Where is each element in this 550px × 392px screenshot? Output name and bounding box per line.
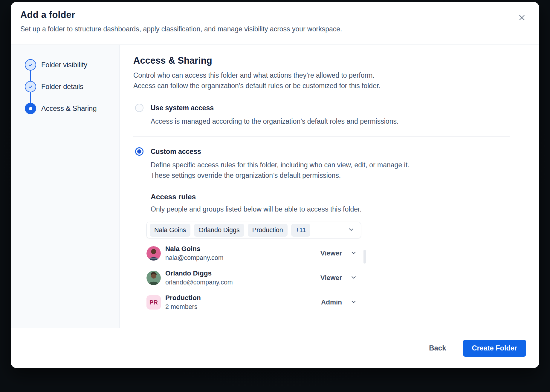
section-heading: Access & Sharing <box>133 55 510 66</box>
page-title: Add a folder <box>20 10 512 20</box>
back-button[interactable]: Back <box>429 344 446 352</box>
stepper: Folder visibility Folder details Access … <box>11 45 120 328</box>
chevron-down-icon <box>350 274 357 282</box>
close-button[interactable] <box>517 13 527 23</box>
radio-custom-access[interactable] <box>135 147 143 156</box>
access-rules-heading: Access rules <box>151 193 510 201</box>
step-complete-check-icon <box>25 81 36 92</box>
chevron-down-icon[interactable] <box>348 226 355 234</box>
avatar-photo <box>146 271 161 285</box>
chip-production[interactable]: Production <box>248 224 288 237</box>
modal-body: Folder visibility Folder details Access … <box>11 45 539 328</box>
step-label: Folder visibility <box>41 61 87 69</box>
stepper-step-folder-details[interactable]: Folder details <box>25 81 119 92</box>
member-row: Orlando Diggs orlando@company.com Viewer <box>146 270 366 286</box>
member-row: PR Production 2 members Admin <box>146 294 366 311</box>
avatar-photo <box>146 246 161 261</box>
people-select-input[interactable]: Nala Goins Orlando Diggs Production +11 <box>146 222 361 238</box>
step-active-dot-icon <box>25 103 36 114</box>
step-label: Access & Sharing <box>41 105 97 113</box>
chevron-down-icon <box>350 249 357 257</box>
chip-orlando-diggs[interactable]: Orlando Diggs <box>194 224 244 237</box>
step-label: Folder details <box>41 83 83 91</box>
option-label: Use system access <box>151 104 214 112</box>
access-sharing-panel: Access & Sharing Control who can access … <box>120 45 539 328</box>
chip-nala-goins[interactable]: Nala Goins <box>150 224 190 237</box>
member-name: Orlando Diggs <box>165 270 233 277</box>
member-row: Nala Goins nala@company.com Viewer <box>146 245 366 262</box>
section-description-line1: Control who can access this folder and w… <box>133 70 510 81</box>
option-label: Custom access <box>151 148 201 156</box>
member-count: 2 members <box>165 303 201 311</box>
chip-overflow-count[interactable]: +11 <box>291 224 311 237</box>
role-select[interactable]: Viewer <box>320 249 357 257</box>
radio-use-system-access[interactable] <box>135 104 143 112</box>
role-select[interactable]: Admin <box>321 298 357 306</box>
chevron-down-icon <box>350 298 357 306</box>
modal-header: Add a folder Set up a folder to structur… <box>11 2 539 45</box>
list-scrollbar[interactable] <box>363 250 366 264</box>
avatar-group-initials: PR <box>146 295 161 310</box>
divider <box>133 136 510 137</box>
member-email: orlando@company.com <box>165 279 233 286</box>
role-label: Viewer <box>320 249 342 257</box>
option-description-line1: Define specific access rules for this fo… <box>151 160 510 170</box>
screen-background: Add a folder Set up a folder to structur… <box>0 0 550 392</box>
modal-subtitle: Set up a folder to structure dashboards,… <box>20 25 512 33</box>
create-folder-button[interactable]: Create Folder <box>463 340 526 357</box>
stepper-step-folder-visibility[interactable]: Folder visibility <box>25 59 119 71</box>
modal-footer: Back Create Folder <box>11 328 539 368</box>
member-list: Nala Goins nala@company.com Viewer <box>146 245 366 311</box>
section-description-line2: Access can follow the organization’s def… <box>133 81 510 91</box>
access-rules-description: Only people and groups listed below will… <box>151 205 510 213</box>
role-select[interactable]: Viewer <box>320 274 357 282</box>
role-label: Admin <box>321 298 342 306</box>
option-description: Access is managed according to the organ… <box>151 116 510 127</box>
close-icon <box>518 14 526 22</box>
role-label: Viewer <box>320 274 342 282</box>
add-folder-modal: Add a folder Set up a folder to structur… <box>11 2 539 368</box>
option-description-line2: These settings override the organization… <box>151 170 510 181</box>
member-name: Nala Goins <box>165 245 224 253</box>
step-complete-check-icon <box>25 59 36 71</box>
stepper-step-access-sharing[interactable]: Access & Sharing <box>25 103 119 114</box>
member-email: nala@company.com <box>165 254 224 262</box>
member-name: Production <box>165 294 201 302</box>
